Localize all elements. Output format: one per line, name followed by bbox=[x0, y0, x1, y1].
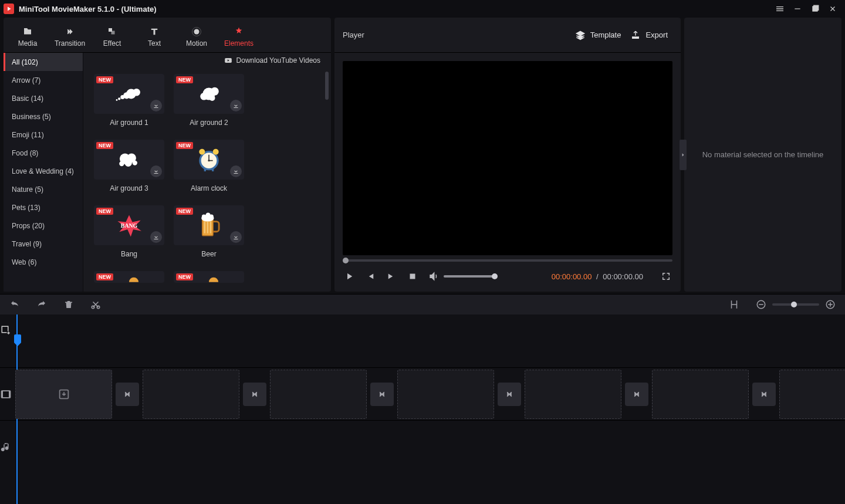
tab-label: Media bbox=[18, 39, 38, 48]
tab-motion[interactable]: Motion bbox=[176, 21, 217, 53]
close-button[interactable] bbox=[824, 1, 841, 17]
video-viewport[interactable] bbox=[343, 61, 672, 255]
collapse-inspector-icon[interactable] bbox=[680, 140, 687, 170]
zoom-control[interactable] bbox=[756, 299, 836, 310]
hamburger-menu-icon[interactable] bbox=[771, 1, 789, 17]
elements-panel: Media Transition Effect Text Motion Elem… bbox=[4, 18, 331, 292]
cut-icon[interactable] bbox=[90, 299, 101, 310]
audio-track-row[interactable] bbox=[12, 420, 845, 473]
download-youtube-link[interactable]: Download YouTube Videos bbox=[236, 56, 320, 65]
category-item-travel[interactable]: Travel (9) bbox=[4, 235, 83, 253]
category-item-basic[interactable]: Basic (14) bbox=[4, 89, 83, 107]
transition-slot[interactable] bbox=[116, 383, 139, 406]
clip-slot[interactable] bbox=[652, 370, 749, 419]
volume-icon[interactable] bbox=[428, 271, 439, 282]
category-item-pets[interactable]: Pets (13) bbox=[4, 198, 83, 217]
template-button[interactable]: Template bbox=[570, 28, 626, 43]
download-icon[interactable] bbox=[230, 165, 242, 177]
element-name: Beer bbox=[174, 250, 244, 258]
video-track-row[interactable] bbox=[12, 367, 845, 420]
element-thumb[interactable]: NEW bbox=[94, 140, 164, 180]
download-icon[interactable] bbox=[150, 231, 162, 243]
prev-frame-icon[interactable] bbox=[365, 271, 376, 282]
grid-scrollbar[interactable] bbox=[325, 72, 329, 100]
download-icon[interactable] bbox=[150, 165, 162, 177]
transition-slot[interactable] bbox=[498, 383, 521, 406]
tab-label: Text bbox=[148, 39, 161, 48]
element-thumb[interactable]: NEWBANG bbox=[94, 205, 164, 245]
tab-elements[interactable]: Elements bbox=[218, 21, 259, 53]
play-icon[interactable] bbox=[344, 271, 354, 282]
tab-transition[interactable]: Transition bbox=[49, 21, 90, 53]
svg-rect-46 bbox=[759, 304, 763, 305]
zoom-knob[interactable] bbox=[791, 302, 797, 307]
download-icon[interactable] bbox=[230, 100, 242, 111]
svg-rect-42 bbox=[410, 274, 415, 279]
tab-effect[interactable]: Effect bbox=[92, 21, 133, 53]
timeline-gutter bbox=[0, 314, 12, 504]
seek-handle[interactable] bbox=[343, 258, 349, 263]
seek-bar[interactable] bbox=[343, 255, 672, 266]
time-display: 00:00:00.00 / 00:00:00.00 bbox=[552, 272, 643, 281]
undo-icon[interactable] bbox=[9, 299, 20, 310]
delete-icon[interactable] bbox=[63, 299, 74, 310]
next-frame-icon[interactable] bbox=[386, 271, 397, 282]
snap-icon[interactable] bbox=[729, 299, 739, 310]
fullscreen-icon[interactable] bbox=[661, 271, 671, 282]
transition-slot[interactable] bbox=[625, 383, 648, 406]
element-name: Air ground 2 bbox=[174, 119, 244, 127]
clip-slot[interactable] bbox=[397, 370, 494, 419]
svg-point-11 bbox=[120, 95, 124, 99]
clip-slot[interactable] bbox=[143, 370, 239, 419]
download-icon[interactable] bbox=[150, 100, 162, 111]
svg-point-5 bbox=[194, 29, 200, 34]
timeline-ruler[interactable] bbox=[12, 314, 845, 338]
svg-rect-52 bbox=[2, 391, 4, 398]
inspector-panel: No material selected on the timeline bbox=[684, 18, 841, 292]
element-thumb[interactable]: NEW bbox=[174, 140, 244, 180]
svg-point-9 bbox=[133, 89, 140, 96]
timeline-tracks[interactable] bbox=[12, 314, 845, 504]
category-item-food[interactable]: Food (8) bbox=[4, 144, 83, 162]
redo-icon[interactable] bbox=[36, 299, 47, 310]
tab-text[interactable]: Text bbox=[134, 21, 175, 53]
tab-label: Elements bbox=[224, 39, 254, 48]
category-item-love[interactable]: Love & Wedding (4) bbox=[4, 162, 83, 180]
clip-slot[interactable] bbox=[525, 370, 621, 419]
tab-label: Transition bbox=[55, 39, 85, 48]
zoom-out-icon[interactable] bbox=[756, 299, 766, 310]
element-thumb[interactable]: NEW bbox=[174, 205, 244, 245]
player-panel: Player Template Export bbox=[334, 18, 681, 292]
element-thumb[interactable]: NEW bbox=[94, 74, 164, 114]
new-badge: NEW bbox=[96, 273, 113, 280]
zoom-in-icon[interactable] bbox=[825, 299, 836, 310]
element-thumb[interactable]: NEW bbox=[174, 271, 244, 283]
transition-slot[interactable] bbox=[370, 383, 394, 406]
element-thumb[interactable]: NEW bbox=[174, 74, 244, 114]
category-item-emoji[interactable]: Emoji (11) bbox=[4, 126, 83, 144]
volume-knob[interactable] bbox=[492, 273, 498, 279]
svg-point-13 bbox=[116, 99, 118, 101]
export-button[interactable]: Export bbox=[626, 28, 672, 43]
category-item-business[interactable]: Business (5) bbox=[4, 107, 83, 126]
download-icon[interactable] bbox=[230, 231, 242, 243]
category-item-arrow[interactable]: Arrow (7) bbox=[4, 71, 83, 89]
clip-slot[interactable] bbox=[15, 370, 112, 419]
clip-slot[interactable] bbox=[779, 370, 845, 419]
maximize-button[interactable] bbox=[806, 1, 824, 17]
svg-rect-29 bbox=[204, 168, 206, 171]
transition-slot[interactable] bbox=[243, 383, 266, 406]
clip-slot[interactable] bbox=[270, 370, 367, 419]
category-item-web[interactable]: Web (6) bbox=[4, 253, 83, 271]
category-item-nature[interactable]: Nature (5) bbox=[4, 180, 83, 198]
add-track-icon[interactable] bbox=[1, 325, 11, 336]
category-item-all[interactable]: All (102) bbox=[4, 53, 83, 71]
category-item-props[interactable]: Props (20) bbox=[4, 217, 83, 235]
volume-control[interactable] bbox=[428, 271, 495, 282]
element-name: Alarm clock bbox=[174, 184, 244, 192]
stop-icon[interactable] bbox=[407, 271, 418, 282]
tab-media[interactable]: Media bbox=[7, 21, 48, 53]
element-thumb[interactable]: NEW bbox=[94, 271, 164, 283]
transition-slot[interactable] bbox=[752, 383, 776, 406]
minimize-button[interactable] bbox=[789, 1, 806, 17]
